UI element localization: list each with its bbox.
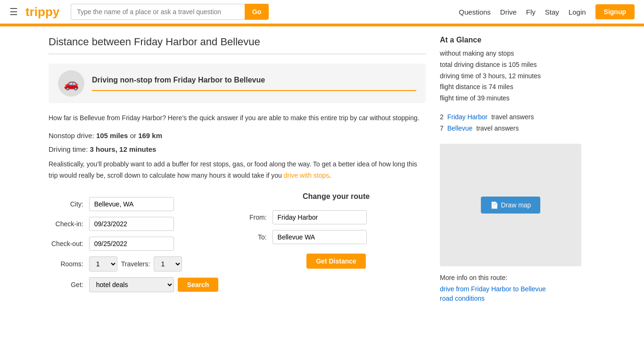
bellevue-link[interactable]: Bellevue <box>447 124 473 132</box>
travelers-select[interactable]: 123 <box>154 256 182 272</box>
nav-login[interactable]: Login <box>569 8 586 16</box>
search-input[interactable] <box>71 4 245 20</box>
body-text-2-main: Realistically, you’ll probably want to a… <box>49 160 417 179</box>
nav-questions[interactable]: Questions <box>459 8 491 16</box>
checkout-input[interactable] <box>89 237 174 251</box>
nonstop-drive-stat: Nonstop drive: 105 miles or 169 km <box>49 132 426 140</box>
driving-card-divider <box>92 90 416 91</box>
city-input[interactable] <box>89 197 174 211</box>
friday-harbor-link[interactable]: Friday Harbor <box>447 113 488 121</box>
travel-answers-2: 7 Bellevue travel answers <box>440 123 581 134</box>
glance-line5: flight time of 39 minutes <box>440 93 581 104</box>
get-row: Get: hotel deals Search <box>49 276 221 293</box>
body-text-2: Realistically, you’ll probably want to a… <box>49 159 426 181</box>
go-button[interactable]: Go <box>245 4 269 20</box>
travel-answers-2-suffix: travel answers <box>476 124 519 132</box>
more-info: More info on this route: drive from Frid… <box>440 274 581 302</box>
content-area: Distance between Friday Harbor and Belle… <box>49 36 426 304</box>
main-nav: Questions Drive Fly Stay Login Signup <box>459 4 635 19</box>
rooms-label: Rooms: <box>49 255 86 272</box>
more-info-links: drive from Friday Harbor to Bellevue roa… <box>440 285 581 302</box>
rooms-travelers-row: Rooms: 123 Travelers: 123 <box>49 255 221 272</box>
nonstop-label: Nonstop drive: <box>49 132 94 140</box>
more-info-link-2[interactable]: road conditions <box>440 295 581 302</box>
get-distance-btn-row: Get Distance <box>247 251 426 269</box>
checkout-row: Check-out: <box>49 236 221 252</box>
title-divider <box>49 54 426 54</box>
draw-map-label: Draw map <box>501 201 531 209</box>
search-button[interactable]: Search <box>178 278 219 292</box>
logo[interactable]: trippy <box>25 5 59 19</box>
to-row: To: <box>247 229 370 245</box>
driving-time-value: 3 hours, 12 minutes <box>90 145 157 153</box>
route-form-table: From: To: <box>247 206 370 249</box>
get-select[interactable]: hotel deals <box>89 277 174 292</box>
header: ☰ trippy Go Questions Drive Fly Stay Log… <box>0 0 644 25</box>
hotel-form-table: City: Check-in: Check-out: Rooms: <box>49 192 221 297</box>
checkin-label: Check-in: <box>49 216 86 232</box>
driving-card: 🚗 Driving non-stop from Friday Harbor to… <box>49 64 426 103</box>
nav-drive[interactable]: Drive <box>500 8 517 16</box>
hotel-form: City: Check-in: Check-out: Rooms: <box>49 192 228 297</box>
page-title: Distance between Friday Harbor and Belle… <box>49 36 426 48</box>
glance-line1: without making any stops <box>440 48 581 59</box>
car-icon: 🚗 <box>58 70 84 97</box>
checkout-label: Check-out: <box>49 236 86 252</box>
map-placeholder: 📄 Draw map <box>440 144 581 266</box>
from-input[interactable] <box>272 210 367 224</box>
travelers-label: Travelers: <box>121 260 150 268</box>
signup-button[interactable]: Signup <box>595 4 635 19</box>
get-distance-button[interactable]: Get Distance <box>306 254 366 269</box>
nav-stay[interactable]: Stay <box>545 8 559 16</box>
to-label: To: <box>247 229 270 245</box>
travel-answers-2-count: 7 <box>440 124 444 132</box>
checkin-row: Check-in: <box>49 216 221 232</box>
travel-answers-1-suffix: travel answers <box>491 113 534 121</box>
driving-time-label: Driving time: <box>49 145 88 153</box>
route-form: Change your route From: To: Get Distance <box>247 192 426 269</box>
driving-card-content: Driving non-stop from Friday Harbor to B… <box>92 76 416 91</box>
glance-line3: driving time of 3 hours, 12 minutes <box>440 71 581 82</box>
drive-with-stops-link[interactable]: drive with stops <box>284 172 329 179</box>
body-text-2-after: . <box>329 172 331 179</box>
travel-answers-1: 2 Friday Harbor travel answers <box>440 112 581 123</box>
driving-card-title: Driving non-stop from Friday Harbor to B… <box>92 76 416 84</box>
city-row: City: <box>49 196 221 212</box>
menu-icon[interactable]: ☰ <box>9 6 18 17</box>
draw-map-icon: 📄 <box>490 201 498 209</box>
glance-line4: flight distance is 74 miles <box>440 82 581 93</box>
route-form-title: Change your route <box>247 192 426 201</box>
glance-line2: total driving distance is 105 miles <box>440 59 581 71</box>
driving-time-stat: Driving time: 3 hours, 12 minutes <box>49 145 426 153</box>
main-container: Distance between Friday Harbor and Belle… <box>39 26 605 313</box>
city-label: City: <box>49 196 86 212</box>
body-text-1: How far is Bellevue from Friday Harbor? … <box>49 113 426 124</box>
nonstop-or: or <box>130 132 136 140</box>
checkin-input[interactable] <box>89 217 174 231</box>
sidebar: At a Glance without making any stops tot… <box>440 36 581 304</box>
from-label: From: <box>247 209 270 225</box>
at-a-glance-title: At a Glance <box>440 36 581 44</box>
from-row: From: <box>247 209 370 225</box>
nonstop-km: 169 km <box>138 132 162 140</box>
more-info-link-1[interactable]: drive from Friday Harbor to Bellevue <box>440 285 581 293</box>
travel-answers-1-count: 2 <box>440 113 444 121</box>
at-a-glance: At a Glance without making any stops tot… <box>440 36 581 134</box>
form-section: City: Check-in: Check-out: Rooms: <box>49 192 426 297</box>
more-info-title: More info on this route: <box>440 274 581 281</box>
draw-map-button[interactable]: 📄 Draw map <box>481 197 541 214</box>
to-input[interactable] <box>272 230 367 244</box>
nonstop-miles: 105 miles <box>96 132 128 140</box>
nav-fly[interactable]: Fly <box>526 8 536 16</box>
search-form: Go <box>71 4 269 20</box>
rooms-select[interactable]: 123 <box>89 256 117 272</box>
get-label: Get: <box>49 276 86 293</box>
